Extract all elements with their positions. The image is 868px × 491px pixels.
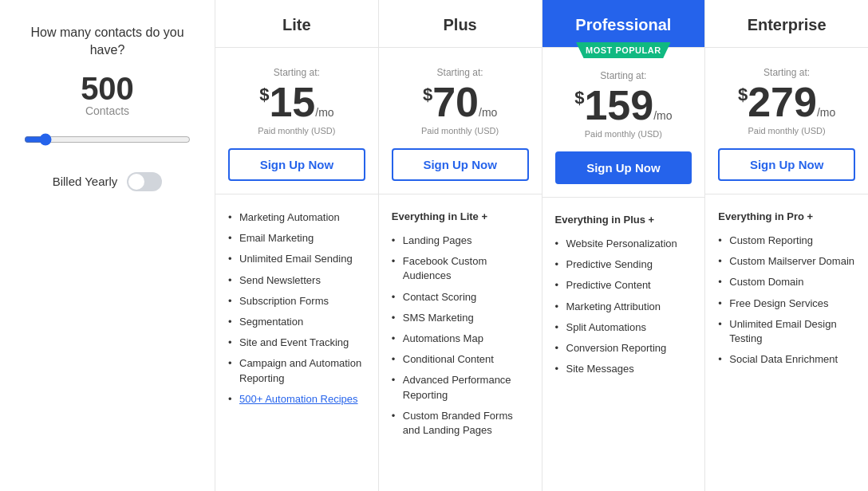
- list-item: Unlimited Email Sending: [228, 252, 365, 266]
- sidebar-question: How many contacts do you have?: [16, 24, 199, 60]
- plan-plus-features-section: Everything in Lite + Landing Pages Faceb…: [379, 194, 542, 491]
- plan-professional-price-row: $ 159 /mo: [555, 84, 692, 126]
- plan-enterprise-pricing: Starting at: $ 279 /mo Paid monthly (USD…: [705, 48, 868, 194]
- list-item: Segmentation: [228, 315, 365, 329]
- list-item: Send Newsletters: [228, 273, 365, 288]
- plans-wrapper: Lite Starting at: $ 15 /mo Paid monthly …: [215, 0, 868, 491]
- plan-plus: Plus Starting at: $ 70 /mo Paid monthly …: [379, 0, 542, 491]
- list-item: Site Messages: [555, 362, 692, 376]
- plan-professional-starting-at: Starting at:: [555, 70, 692, 81]
- list-item: Automations Map: [392, 332, 529, 346]
- plan-lite-mo: /mo: [315, 107, 333, 118]
- plan-enterprise: Enterprise Starting at: $ 279 /mo Paid m…: [705, 0, 868, 491]
- list-item: Landing Pages: [392, 234, 529, 248]
- plan-professional-name: Professional: [555, 16, 692, 34]
- plan-lite-pricing: Starting at: $ 15 /mo Paid monthly (USD)…: [215, 48, 378, 194]
- list-item: Site and Event Tracking: [228, 336, 365, 350]
- plan-enterprise-mo: /mo: [817, 107, 835, 118]
- contacts-number: 500: [81, 73, 134, 104]
- automation-recipes-link[interactable]: 500+ Automation Recipes: [239, 393, 358, 405]
- plan-professional: Professional MOST POPULAR Starting at: $…: [542, 0, 706, 491]
- plan-professional-feature-list: Website Personalization Predictive Sendi…: [555, 237, 692, 376]
- plan-lite-header: Lite: [215, 0, 378, 48]
- plan-enterprise-amount: 279: [748, 81, 817, 123]
- plan-enterprise-starting-at: Starting at:: [718, 67, 855, 78]
- list-item: Conversion Reporting: [555, 341, 692, 355]
- list-item: Campaign and Automation Reporting: [228, 356, 365, 385]
- plan-enterprise-price-row: $ 279 /mo: [718, 81, 855, 123]
- plan-professional-paid: Paid monthly (USD): [555, 129, 692, 139]
- list-item: Email Marketing: [228, 231, 365, 246]
- plan-professional-mo: /mo: [653, 110, 672, 121]
- plan-enterprise-feature-list: Custom Reporting Custom Mailserver Domai…: [718, 234, 855, 367]
- plan-plus-price-row: $ 70 /mo: [392, 81, 529, 123]
- list-item: Facebook Custom Audiences: [392, 254, 529, 283]
- plan-lite-dollar: $: [259, 86, 269, 104]
- plan-professional-pricing: Starting at: $ 159 /mo Paid monthly (USD…: [542, 48, 705, 198]
- list-item: Advanced Performance Reporting: [392, 373, 529, 402]
- plan-plus-starting-at: Starting at:: [392, 67, 529, 78]
- list-item: Contact Scoring: [392, 290, 529, 304]
- plan-enterprise-features-section: Everything in Pro + Custom Reporting Cus…: [705, 194, 868, 491]
- list-item: Predictive Content: [555, 278, 692, 293]
- plan-enterprise-paid: Paid monthly (USD): [718, 126, 855, 136]
- list-item: Social Data Enrichment: [718, 352, 855, 367]
- pricing-page: How many contacts do you have? 500 Conta…: [0, 0, 868, 491]
- plan-lite-features-section: Marketing Automation Email Marketing Unl…: [215, 194, 378, 491]
- plan-enterprise-dollar: $: [738, 86, 748, 104]
- plan-plus-everything-in: Everything in Lite +: [392, 210, 529, 222]
- most-popular-badge: MOST POPULAR: [576, 42, 671, 58]
- list-item: Custom Domain: [718, 275, 855, 289]
- plan-plus-mo: /mo: [479, 107, 497, 118]
- plan-lite-paid: Paid monthly (USD): [228, 126, 365, 136]
- list-item: 500+ Automation Recipes: [228, 392, 365, 407]
- plan-professional-features-section: Everything in Plus + Website Personaliza…: [542, 198, 705, 491]
- plan-plus-name: Plus: [392, 16, 529, 34]
- billed-yearly-toggle[interactable]: [127, 172, 162, 191]
- plan-professional-signup-button[interactable]: Sign Up Now: [555, 151, 692, 184]
- plan-enterprise-header: Enterprise: [705, 0, 868, 48]
- list-item: Marketing Automation: [228, 210, 365, 225]
- plan-plus-paid: Paid monthly (USD): [392, 126, 529, 136]
- list-item: Custom Branded Forms and Landing Pages: [392, 409, 529, 438]
- list-item: Split Automations: [555, 320, 692, 335]
- list-item: Website Personalization: [555, 237, 692, 251]
- plan-professional-amount: 159: [584, 84, 653, 126]
- list-item: Unlimited Email Design Testing: [718, 317, 855, 346]
- plan-plus-feature-list: Landing Pages Facebook Custom Audiences …: [392, 234, 529, 438]
- list-item: Conditional Content: [392, 352, 529, 367]
- contacts-sidebar: How many contacts do you have? 500 Conta…: [0, 0, 215, 491]
- billed-yearly-label: Billed Yearly: [53, 175, 118, 188]
- plan-enterprise-everything-in: Everything in Pro +: [718, 210, 855, 222]
- contacts-slider-container[interactable]: [16, 133, 199, 148]
- plan-plus-dollar: $: [423, 86, 432, 104]
- plan-lite-starting-at: Starting at:: [228, 67, 365, 78]
- plan-lite: Lite Starting at: $ 15 /mo Paid monthly …: [215, 0, 379, 491]
- list-item: Marketing Attribution: [555, 300, 692, 314]
- plan-lite-name: Lite: [228, 16, 365, 34]
- contacts-slider[interactable]: [24, 133, 191, 146]
- billed-yearly-row: Billed Yearly: [53, 172, 163, 191]
- plan-enterprise-signup-button[interactable]: Sign Up Now: [718, 148, 855, 181]
- plan-plus-pricing: Starting at: $ 70 /mo Paid monthly (USD)…: [379, 48, 542, 194]
- plan-lite-price-row: $ 15 /mo: [228, 81, 365, 123]
- plan-professional-everything-in: Everything in Plus +: [555, 214, 692, 226]
- plan-lite-amount: 15: [269, 81, 315, 123]
- list-item: SMS Marketing: [392, 311, 529, 325]
- plan-lite-feature-list: Marketing Automation Email Marketing Unl…: [228, 210, 365, 407]
- list-item: Subscription Forms: [228, 294, 365, 308]
- plan-lite-signup-button[interactable]: Sign Up Now: [228, 148, 365, 181]
- plan-plus-header: Plus: [379, 0, 542, 48]
- contacts-label: Contacts: [85, 104, 129, 117]
- plan-plus-amount: 70: [432, 81, 479, 123]
- plan-professional-header: Professional MOST POPULAR: [542, 0, 705, 48]
- list-item: Custom Reporting: [718, 234, 855, 248]
- list-item: Custom Mailserver Domain: [718, 254, 855, 269]
- plan-plus-signup-button[interactable]: Sign Up Now: [392, 148, 529, 181]
- list-item: Free Design Services: [718, 297, 855, 311]
- plan-professional-dollar: $: [574, 89, 584, 107]
- list-item: Predictive Sending: [555, 257, 692, 272]
- plan-enterprise-name: Enterprise: [718, 16, 855, 34]
